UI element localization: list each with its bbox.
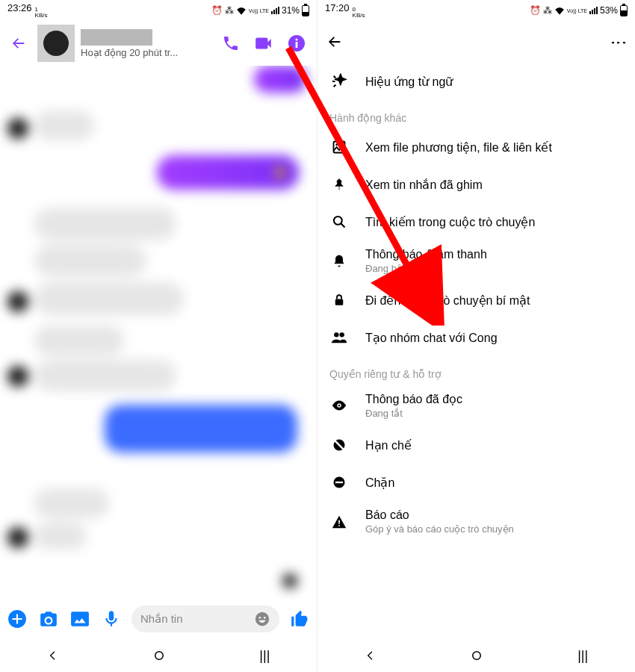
nav-recents[interactable]: |||	[577, 648, 588, 664]
svg-point-4	[255, 612, 269, 626]
nav-home[interactable]	[152, 649, 166, 662]
battery-pct: 53%	[600, 5, 618, 16]
row-notifications[interactable]: Thông báo & âm thanhĐang bật	[318, 240, 635, 281]
settings-header: ⋮	[318, 21, 635, 63]
block-icon	[329, 475, 349, 490]
nav-back[interactable]	[47, 650, 59, 662]
row-create-group[interactable]: Tạo nhóm chat với Cong	[318, 319, 635, 356]
svg-point-21	[473, 652, 481, 660]
wifi-icon	[554, 6, 565, 15]
android-nav-bar: |||	[0, 639, 317, 672]
mic-button[interactable]	[100, 608, 123, 630]
svg-point-9	[335, 143, 338, 146]
contact-name-area[interactable]: Hoạt động 20 phút tr...	[81, 29, 215, 58]
eye-icon	[329, 397, 349, 414]
chat-header: Hoạt động 20 phút tr...	[0, 21, 317, 66]
row-search[interactable]: Tìm kiếm trong cuộc trò chuyện	[318, 203, 635, 240]
alarm-icon: ⏰	[211, 5, 223, 16]
svg-point-15	[338, 405, 341, 407]
svg-rect-19	[338, 520, 340, 523]
message-placeholder: Nhắn tin	[140, 612, 183, 626]
emoji-button[interactable]	[254, 611, 270, 627]
audio-call-button[interactable]	[221, 34, 241, 53]
avatar[interactable]	[37, 25, 75, 62]
svg-point-7	[155, 652, 164, 660]
alarm-icon: ⏰	[530, 5, 541, 16]
info-button[interactable]	[287, 34, 306, 53]
bluetooth-icon: ⁂	[225, 5, 234, 16]
svg-point-10	[334, 217, 342, 225]
svg-rect-1	[296, 42, 298, 48]
nav-recents[interactable]: |||	[259, 648, 270, 664]
bluetooth-icon: ⁂	[543, 5, 552, 16]
gallery-button[interactable]	[69, 608, 91, 630]
row-secret-conversation[interactable]: Đi đến Cuộc trò chuyện bí mật	[318, 281, 635, 319]
status-bar-right: 17:20 0KB/s ⏰ ⁂ Vo)) LTE 53%	[318, 0, 635, 21]
row-restrict[interactable]: Hạn chế	[318, 426, 635, 464]
video-call-button[interactable]	[254, 34, 273, 53]
nav-home[interactable]	[470, 649, 483, 662]
chat-messages[interactable]	[0, 66, 317, 620]
volte-icon: Vo)) LTE	[567, 8, 587, 13]
row-read-receipts[interactable]: Thông báo đã đọcĐang tắt	[318, 385, 635, 426]
clock: 17:20	[325, 2, 350, 13]
message-input-bar: Nhắn tin	[0, 599, 317, 639]
media-icon	[329, 140, 349, 155]
svg-rect-20	[338, 525, 340, 526]
battery-icon	[620, 5, 628, 16]
back-button[interactable]	[6, 31, 31, 56]
signal-icon	[589, 7, 598, 14]
section-other-actions: Hành động khác	[318, 100, 635, 128]
row-report[interactable]: Báo cáoGóp ý và báo cáo cuộc trò chuyện	[318, 501, 635, 542]
last-active: Hoạt động 20 phút tr...	[81, 47, 215, 58]
message-input[interactable]: Nhắn tin	[131, 606, 279, 632]
row-block[interactable]: Chặn	[318, 464, 635, 501]
back-button[interactable]	[326, 34, 343, 50]
status-bar-left: 23:26 1KB/s ⏰ ⁂ Vo)) LTE 31%	[0, 0, 317, 21]
lock-icon	[329, 293, 349, 307]
warning-icon	[329, 514, 349, 529]
restrict-icon	[329, 438, 349, 452]
people-icon	[329, 329, 349, 346]
android-nav-bar: |||	[318, 639, 635, 672]
battery-pct: 31%	[282, 5, 300, 16]
svg-point-12	[334, 332, 338, 337]
row-word-effects[interactable]: Hiệu ứng từ ngữ	[318, 63, 635, 100]
nav-back[interactable]	[365, 650, 377, 662]
bell-icon	[329, 254, 349, 269]
volte-icon: Vo)) LTE	[249, 8, 269, 13]
camera-button[interactable]	[37, 608, 60, 630]
chat-screen: 23:26 1KB/s ⏰ ⁂ Vo)) LTE 31% Hoạt động 2…	[0, 0, 318, 672]
wifi-icon	[236, 6, 247, 15]
svg-rect-18	[335, 482, 343, 483]
settings-list[interactable]: Hiệu ứng từ ngữ Hành động khác Xem file …	[318, 63, 635, 542]
contact-name-redacted	[81, 29, 152, 46]
search-icon	[329, 214, 349, 229]
svg-point-13	[339, 332, 344, 337]
svg-point-2	[295, 38, 297, 40]
svg-point-6	[264, 617, 266, 619]
svg-rect-11	[335, 299, 344, 305]
settings-screen: 17:20 0KB/s ⏰ ⁂ Vo)) LTE 53% ⋮ Hiệu ứng …	[318, 0, 635, 672]
pin-icon	[329, 178, 349, 191]
clock: 23:26	[7, 2, 32, 13]
signal-icon	[271, 7, 279, 14]
more-button[interactable]: ⋮	[609, 34, 628, 49]
row-pinned[interactable]: Xem tin nhắn đã ghim	[318, 166, 635, 203]
battery-icon	[302, 5, 309, 16]
row-media-files[interactable]: Xem file phương tiện, file & liên kết	[318, 128, 635, 166]
sparkle-icon	[329, 73, 349, 90]
like-button[interactable]	[288, 608, 311, 630]
section-privacy: Quyền riêng tư & hỗ trợ	[318, 356, 635, 385]
svg-point-5	[259, 617, 261, 619]
add-button[interactable]	[6, 608, 28, 630]
